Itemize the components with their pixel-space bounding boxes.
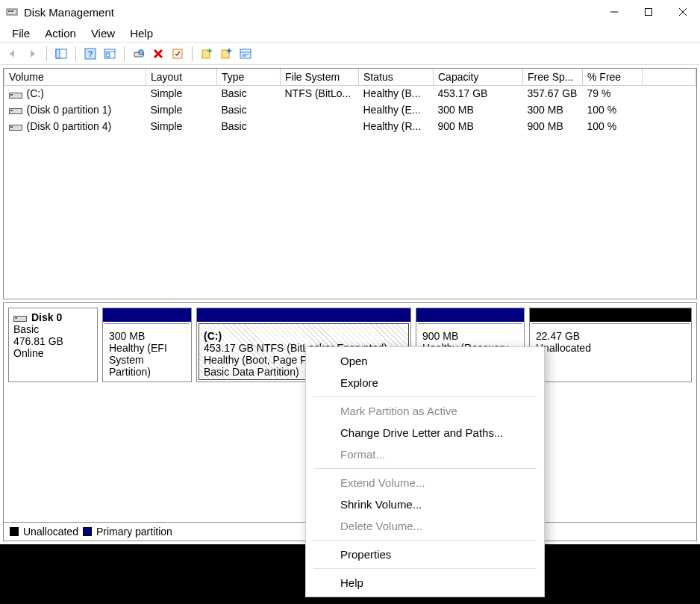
disk-type: Basic: [13, 323, 39, 335]
cell-fs: [281, 102, 359, 118]
disk-size: 476.81 GB: [13, 335, 63, 347]
cell-free: 900 MB: [523, 118, 583, 134]
cell-type: Basic: [217, 102, 281, 118]
menu-view[interactable]: View: [84, 25, 122, 41]
partition-header: [197, 308, 410, 322]
partition-line1: 300 MB: [109, 330, 145, 342]
svg-rect-4: [646, 9, 652, 16]
toolbar-separator: [46, 46, 47, 61]
cell-capacity: 300 MB: [434, 102, 523, 118]
volumes-grid[interactable]: Volume Layout Type File System Status Ca…: [3, 68, 697, 299]
col-type[interactable]: Type: [217, 69, 281, 85]
svg-rect-33: [10, 126, 13, 128]
svg-rect-13: [106, 53, 110, 57]
cell-capacity: 900 MB: [434, 118, 523, 134]
col-status[interactable]: Status: [359, 69, 434, 85]
partition-line2: Healthy (EFI System Partition): [109, 342, 167, 378]
cell-volume: (Disk 0 partition 1): [27, 104, 112, 116]
cell-fs: NTFS (BitLo...: [281, 85, 359, 102]
action-button[interactable]: [169, 46, 186, 62]
svg-rect-2: [11, 10, 13, 12]
cell-free: 300 MB: [523, 102, 583, 118]
partition-name: (C:): [204, 330, 222, 342]
minimize-button[interactable]: [597, 0, 631, 24]
properties-button[interactable]: [101, 46, 118, 62]
settings-button[interactable]: [237, 46, 254, 62]
show-hide-tree-button[interactable]: [53, 46, 69, 62]
context-separator: [313, 396, 537, 397]
context-separator: [313, 568, 537, 569]
col-pct[interactable]: % Free: [583, 69, 643, 85]
col-volume[interactable]: Volume: [4, 69, 146, 85]
cell-fs: [281, 118, 359, 134]
toolbar-separator: [124, 46, 125, 61]
col-capacity[interactable]: Capacity: [434, 69, 523, 85]
legend-swatch-unallocated: [10, 527, 19, 536]
titlebar: Disk Management: [0, 0, 700, 24]
col-layout[interactable]: Layout: [146, 69, 217, 85]
context-item[interactable]: Explore: [306, 372, 544, 393]
disk-info[interactable]: Disk 0 Basic 476.81 GB Online: [8, 308, 98, 382]
new-striped-button[interactable]: [218, 46, 234, 62]
table-row[interactable]: (Disk 0 partition 4)SimpleBasicHealthy (…: [4, 118, 696, 134]
legend-unallocated: Unallocated: [23, 526, 78, 538]
cell-status: Healthy (E...: [359, 102, 434, 118]
table-row[interactable]: (C:)SimpleBasicNTFS (BitLo...Healthy (B.…: [4, 85, 696, 102]
disk-icon: [13, 314, 27, 323]
help-button[interactable]: ?: [82, 46, 99, 62]
svg-rect-1: [8, 10, 10, 12]
context-item: Extend Volume...: [306, 472, 544, 494]
context-item[interactable]: Help: [306, 572, 544, 594]
cell-status: Healthy (B...: [359, 85, 434, 102]
context-item[interactable]: Open: [306, 350, 544, 372]
cell-status: Healthy (R...: [359, 118, 434, 134]
col-free[interactable]: Free Sp...: [523, 69, 583, 85]
window: Disk Management File Action View Help ?: [0, 0, 700, 544]
context-item[interactable]: Properties: [306, 544, 544, 565]
cell-layout: Simple: [146, 118, 217, 134]
columns-row: Volume Layout Type File System Status Ca…: [4, 69, 696, 85]
legend-primary: Primary partition: [96, 526, 172, 538]
cell-volume: (C:): [27, 87, 44, 99]
cell-layout: Simple: [146, 85, 217, 102]
toolbar: ?: [0, 42, 700, 64]
forward-button[interactable]: [24, 46, 40, 62]
context-separator: [313, 540, 537, 541]
context-separator: [313, 468, 537, 469]
cell-capacity: 453.17 GB: [434, 85, 523, 102]
context-item: Format...: [306, 443, 544, 465]
svg-rect-29: [10, 94, 13, 96]
menu-help[interactable]: Help: [122, 25, 160, 41]
partition-line1: 900 MB: [422, 330, 458, 342]
cell-pct: 100 %: [583, 102, 643, 118]
partition-header: [416, 308, 524, 322]
refresh-button[interactable]: [131, 46, 147, 62]
col-fs[interactable]: File System: [281, 69, 359, 85]
delete-button[interactable]: [150, 46, 166, 62]
toolbar-separator: [75, 46, 76, 61]
partition-box[interactable]: 22.47 GBUnallocated: [529, 308, 692, 382]
context-item: Mark Partition as Active: [306, 400, 544, 422]
cell-type: Basic: [217, 85, 281, 102]
cell-pct: 100 %: [583, 118, 643, 134]
back-button[interactable]: [4, 46, 21, 62]
disk-state: Online: [13, 347, 43, 359]
cell-free: 357.67 GB: [523, 85, 583, 102]
partition-body: 22.47 GBUnallocated: [531, 323, 690, 380]
maximize-button[interactable]: [631, 0, 666, 24]
close-button[interactable]: [666, 0, 700, 24]
partition-line1: 22.47 GB: [536, 330, 580, 342]
disk-name: Disk 0: [31, 311, 62, 323]
table-row[interactable]: (Disk 0 partition 1)SimpleBasicHealthy (…: [4, 102, 696, 118]
window-title: Disk Management: [24, 6, 114, 19]
context-menu[interactable]: OpenExploreMark Partition as ActiveChang…: [305, 346, 545, 597]
new-spanned-button[interactable]: [199, 46, 215, 62]
volume-icon: [9, 122, 22, 131]
context-item[interactable]: Shrink Volume...: [306, 494, 544, 515]
context-item[interactable]: Change Drive Letter and Paths...: [306, 422, 544, 443]
menu-action[interactable]: Action: [37, 25, 84, 41]
menu-file[interactable]: File: [4, 25, 37, 41]
volume-icon: [9, 90, 22, 99]
partition-box[interactable]: 300 MBHealthy (EFI System Partition): [102, 308, 192, 382]
svg-rect-8: [56, 49, 60, 58]
